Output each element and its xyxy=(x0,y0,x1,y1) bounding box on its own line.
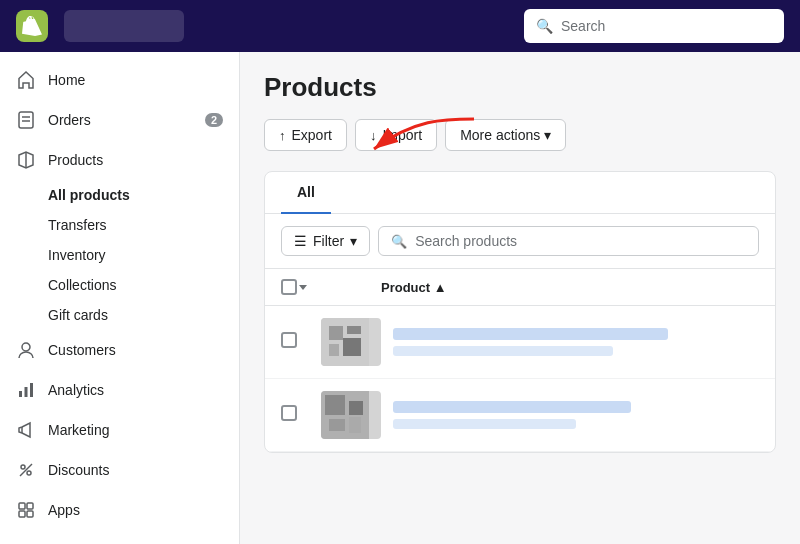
sidebar-orders-label: Orders xyxy=(48,112,193,128)
product-img-placeholder-1 xyxy=(321,318,369,366)
search-placeholder: Search products xyxy=(415,233,517,249)
product-detail-blurred-2 xyxy=(393,419,576,429)
product-image-2 xyxy=(321,391,381,439)
row-checkbox-2[interactable] xyxy=(281,405,321,425)
header-product-col: Product ▲ xyxy=(381,280,759,295)
search-icon: 🔍 xyxy=(391,234,407,249)
filter-label: Filter xyxy=(313,233,344,249)
sidebar-item-marketing[interactable]: Marketing xyxy=(0,410,239,450)
orders-badge: 2 xyxy=(205,113,223,127)
product-info-2 xyxy=(393,401,759,429)
store-selector[interactable] xyxy=(64,10,184,42)
sidebar-discounts-label: Discounts xyxy=(48,462,223,478)
shopify-logo xyxy=(16,10,48,42)
shopify-logo-icon xyxy=(22,16,42,36)
product-image-1 xyxy=(321,318,381,366)
products-icon xyxy=(16,150,36,170)
filter-icon: ☰ xyxy=(294,233,307,249)
search-icon: 🔍 xyxy=(536,18,553,34)
sidebar-apps-label: Apps xyxy=(48,502,223,518)
table-row[interactable] xyxy=(265,306,775,379)
header-checkbox-col xyxy=(281,279,321,295)
apps-icon xyxy=(16,500,36,520)
svg-rect-13 xyxy=(27,503,33,509)
filter-button[interactable]: ☰ Filter ▾ xyxy=(281,226,370,256)
svg-rect-0 xyxy=(19,112,33,128)
more-actions-button[interactable]: More actions ▾ xyxy=(445,119,566,151)
sidebar-customers-label: Customers xyxy=(48,342,223,358)
sidebar: Home Orders 2 Products All products Tran… xyxy=(0,52,240,544)
sidebar-sub-inventory[interactable]: Inventory xyxy=(48,240,239,270)
sidebar-products-label: Products xyxy=(48,152,223,168)
svg-rect-14 xyxy=(19,511,25,517)
page-actions-container: ↑ Export ↓ Import More actions ▾ xyxy=(264,119,776,151)
page-title: Products xyxy=(264,72,776,103)
customers-icon xyxy=(16,340,36,360)
marketing-icon xyxy=(16,420,36,440)
svg-rect-23 xyxy=(325,395,345,415)
export-button[interactable]: ↑ Export xyxy=(264,119,347,151)
svg-rect-20 xyxy=(329,344,339,356)
sidebar-item-orders[interactable]: Orders 2 xyxy=(0,100,239,140)
row-checkbox-1[interactable] xyxy=(281,332,321,352)
home-icon xyxy=(16,70,36,90)
sidebar-analytics-label: Analytics xyxy=(48,382,223,398)
sidebar-home-label: Home xyxy=(48,72,223,88)
import-icon: ↓ xyxy=(370,128,377,143)
svg-rect-7 xyxy=(30,383,33,397)
import-label: Import xyxy=(382,127,422,143)
product-info-1 xyxy=(393,328,759,356)
main-content: Products ↑ Export ↓ Import More actions … xyxy=(240,52,800,544)
sidebar-sub-all-products[interactable]: All products xyxy=(48,180,239,210)
sidebar-item-apps[interactable]: Apps xyxy=(0,490,239,530)
svg-rect-25 xyxy=(329,419,345,431)
sidebar-item-customers[interactable]: Customers xyxy=(0,330,239,370)
export-label: Export xyxy=(292,127,332,143)
svg-rect-12 xyxy=(19,503,25,509)
product-name-blurred-1 xyxy=(393,328,668,340)
svg-rect-21 xyxy=(343,338,361,356)
sidebar-marketing-label: Marketing xyxy=(48,422,223,438)
svg-rect-5 xyxy=(19,391,22,397)
topbar: 🔍 Search xyxy=(0,0,800,52)
table-row[interactable] xyxy=(265,379,775,452)
product-img-placeholder-2 xyxy=(321,391,369,439)
filters-row: ☰ Filter ▾ 🔍 Search products xyxy=(265,214,775,269)
tabs-bar: All xyxy=(265,172,775,214)
sidebar-item-discounts[interactable]: Discounts xyxy=(0,450,239,490)
table-header: Product ▲ xyxy=(265,269,775,306)
sidebar-sub-collections[interactable]: Collections xyxy=(48,270,239,300)
search-placeholder-text: Search xyxy=(561,18,605,34)
sidebar-sub-gift-cards[interactable]: Gift cards xyxy=(48,300,239,330)
products-submenu: All products Transfers Inventory Collect… xyxy=(0,180,239,330)
svg-rect-18 xyxy=(329,326,343,340)
svg-point-4 xyxy=(22,343,30,351)
svg-point-10 xyxy=(27,471,31,475)
chevron-down-icon: ▾ xyxy=(544,127,551,143)
orders-icon xyxy=(16,110,36,130)
products-card: All ☰ Filter ▾ 🔍 Search products xyxy=(264,171,776,453)
svg-point-9 xyxy=(21,465,25,469)
product-detail-blurred-1 xyxy=(393,346,613,356)
export-icon: ↑ xyxy=(279,128,286,143)
product-name-blurred-2 xyxy=(393,401,631,413)
import-button[interactable]: ↓ Import xyxy=(355,119,437,151)
products-search[interactable]: 🔍 Search products xyxy=(378,226,759,256)
header-checkbox[interactable] xyxy=(281,279,321,295)
tab-all[interactable]: All xyxy=(281,172,331,214)
svg-rect-15 xyxy=(27,511,33,517)
discounts-icon xyxy=(16,460,36,480)
more-actions-label: More actions xyxy=(460,127,540,143)
svg-rect-19 xyxy=(347,326,361,334)
filter-chevron-icon: ▾ xyxy=(350,233,357,249)
sidebar-item-products[interactable]: Products xyxy=(0,140,239,180)
page-actions: ↑ Export ↓ Import More actions ▾ xyxy=(264,119,776,151)
sidebar-sub-transfers[interactable]: Transfers xyxy=(48,210,239,240)
sidebar-item-home[interactable]: Home xyxy=(0,60,239,100)
svg-rect-6 xyxy=(25,387,28,397)
analytics-icon xyxy=(16,380,36,400)
global-search[interactable]: 🔍 Search xyxy=(524,9,784,43)
sidebar-item-analytics[interactable]: Analytics xyxy=(0,370,239,410)
svg-rect-26 xyxy=(349,417,361,433)
svg-rect-24 xyxy=(349,401,363,415)
